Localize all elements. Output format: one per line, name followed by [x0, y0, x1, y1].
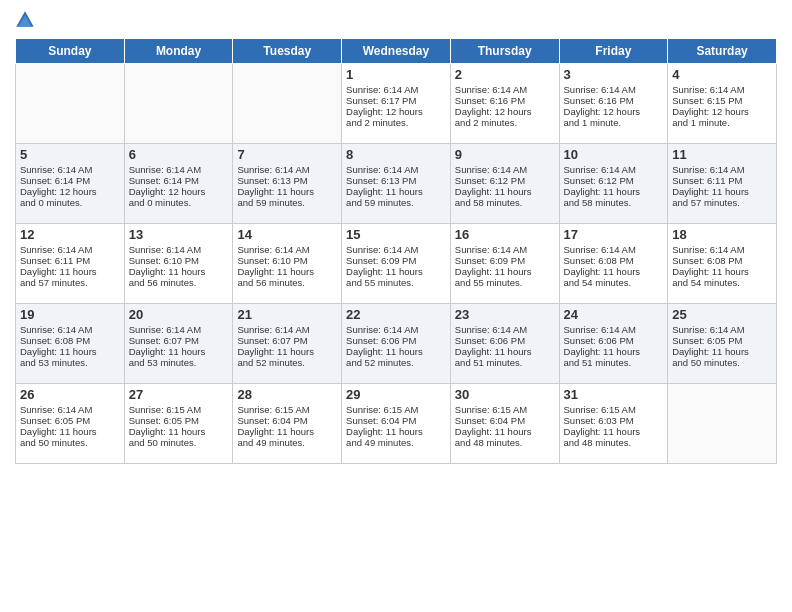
- day-cell: 14Sunrise: 6:14 AMSunset: 6:10 PMDayligh…: [233, 224, 342, 304]
- day-number: 9: [455, 147, 555, 162]
- day-info: Sunset: 6:08 PM: [564, 255, 664, 266]
- weekday-header-tuesday: Tuesday: [233, 39, 342, 64]
- day-info: Daylight: 12 hours: [672, 106, 772, 117]
- day-info: Daylight: 11 hours: [237, 186, 337, 197]
- day-cell: 20Sunrise: 6:14 AMSunset: 6:07 PMDayligh…: [124, 304, 233, 384]
- day-info: and 50 minutes.: [20, 437, 120, 448]
- day-cell: 21Sunrise: 6:14 AMSunset: 6:07 PMDayligh…: [233, 304, 342, 384]
- day-number: 27: [129, 387, 229, 402]
- day-cell: 16Sunrise: 6:14 AMSunset: 6:09 PMDayligh…: [450, 224, 559, 304]
- day-info: Sunset: 6:05 PM: [672, 335, 772, 346]
- day-info: Sunset: 6:04 PM: [346, 415, 446, 426]
- day-number: 11: [672, 147, 772, 162]
- day-number: 12: [20, 227, 120, 242]
- day-cell: 5Sunrise: 6:14 AMSunset: 6:14 PMDaylight…: [16, 144, 125, 224]
- day-number: 8: [346, 147, 446, 162]
- day-info: and 49 minutes.: [346, 437, 446, 448]
- day-info: Sunset: 6:12 PM: [564, 175, 664, 186]
- logo-icon: [15, 10, 35, 30]
- day-info: Sunrise: 6:14 AM: [672, 164, 772, 175]
- day-number: 1: [346, 67, 446, 82]
- day-info: and 58 minutes.: [455, 197, 555, 208]
- day-cell: 3Sunrise: 6:14 AMSunset: 6:16 PMDaylight…: [559, 64, 668, 144]
- week-row-4: 19Sunrise: 6:14 AMSunset: 6:08 PMDayligh…: [16, 304, 777, 384]
- day-info: Sunset: 6:10 PM: [237, 255, 337, 266]
- day-info: Sunrise: 6:15 AM: [455, 404, 555, 415]
- day-info: Sunrise: 6:14 AM: [346, 84, 446, 95]
- day-info: Daylight: 11 hours: [346, 186, 446, 197]
- day-info: Sunrise: 6:14 AM: [672, 84, 772, 95]
- day-info: Daylight: 11 hours: [20, 266, 120, 277]
- week-row-5: 26Sunrise: 6:14 AMSunset: 6:05 PMDayligh…: [16, 384, 777, 464]
- day-info: Sunset: 6:16 PM: [455, 95, 555, 106]
- day-info: Sunrise: 6:14 AM: [20, 404, 120, 415]
- day-info: Daylight: 12 hours: [564, 106, 664, 117]
- day-info: Daylight: 11 hours: [455, 186, 555, 197]
- day-info: and 48 minutes.: [564, 437, 664, 448]
- day-info: and 55 minutes.: [346, 277, 446, 288]
- day-info: Sunrise: 6:14 AM: [20, 324, 120, 335]
- day-number: 4: [672, 67, 772, 82]
- day-cell: 7Sunrise: 6:14 AMSunset: 6:13 PMDaylight…: [233, 144, 342, 224]
- weekday-header-friday: Friday: [559, 39, 668, 64]
- day-info: Sunrise: 6:14 AM: [455, 324, 555, 335]
- day-cell: 13Sunrise: 6:14 AMSunset: 6:10 PMDayligh…: [124, 224, 233, 304]
- day-cell: 6Sunrise: 6:14 AMSunset: 6:14 PMDaylight…: [124, 144, 233, 224]
- day-info: Daylight: 11 hours: [455, 266, 555, 277]
- day-info: Sunrise: 6:14 AM: [129, 244, 229, 255]
- day-cell: 10Sunrise: 6:14 AMSunset: 6:12 PMDayligh…: [559, 144, 668, 224]
- day-cell: 29Sunrise: 6:15 AMSunset: 6:04 PMDayligh…: [342, 384, 451, 464]
- day-info: and 54 minutes.: [672, 277, 772, 288]
- day-info: and 56 minutes.: [129, 277, 229, 288]
- day-info: Sunset: 6:11 PM: [20, 255, 120, 266]
- day-number: 20: [129, 307, 229, 322]
- day-cell: 24Sunrise: 6:14 AMSunset: 6:06 PMDayligh…: [559, 304, 668, 384]
- day-info: Daylight: 11 hours: [20, 346, 120, 357]
- day-cell: [124, 64, 233, 144]
- logo: [15, 10, 37, 30]
- day-info: Daylight: 11 hours: [455, 426, 555, 437]
- day-info: Daylight: 11 hours: [346, 266, 446, 277]
- day-info: Sunrise: 6:14 AM: [564, 244, 664, 255]
- day-info: and 50 minutes.: [129, 437, 229, 448]
- day-info: Daylight: 11 hours: [672, 186, 772, 197]
- day-info: Sunrise: 6:15 AM: [564, 404, 664, 415]
- day-number: 13: [129, 227, 229, 242]
- day-info: Sunrise: 6:14 AM: [20, 164, 120, 175]
- day-cell: 26Sunrise: 6:14 AMSunset: 6:05 PMDayligh…: [16, 384, 125, 464]
- day-number: 25: [672, 307, 772, 322]
- day-number: 26: [20, 387, 120, 402]
- day-cell: 31Sunrise: 6:15 AMSunset: 6:03 PMDayligh…: [559, 384, 668, 464]
- day-info: Sunset: 6:06 PM: [564, 335, 664, 346]
- day-number: 10: [564, 147, 664, 162]
- week-row-2: 5Sunrise: 6:14 AMSunset: 6:14 PMDaylight…: [16, 144, 777, 224]
- day-info: and 55 minutes.: [455, 277, 555, 288]
- day-info: Sunset: 6:06 PM: [346, 335, 446, 346]
- day-info: Sunrise: 6:15 AM: [237, 404, 337, 415]
- day-cell: 27Sunrise: 6:15 AMSunset: 6:05 PMDayligh…: [124, 384, 233, 464]
- day-info: and 1 minute.: [672, 117, 772, 128]
- day-info: and 51 minutes.: [455, 357, 555, 368]
- day-info: and 57 minutes.: [20, 277, 120, 288]
- day-cell: 18Sunrise: 6:14 AMSunset: 6:08 PMDayligh…: [668, 224, 777, 304]
- day-number: 7: [237, 147, 337, 162]
- day-info: Sunrise: 6:14 AM: [564, 324, 664, 335]
- day-info: Daylight: 11 hours: [237, 346, 337, 357]
- day-number: 19: [20, 307, 120, 322]
- day-info: Sunset: 6:10 PM: [129, 255, 229, 266]
- day-info: and 59 minutes.: [346, 197, 446, 208]
- day-info: Sunrise: 6:14 AM: [564, 164, 664, 175]
- day-info: Daylight: 11 hours: [129, 346, 229, 357]
- day-info: Sunset: 6:08 PM: [20, 335, 120, 346]
- day-info: and 52 minutes.: [346, 357, 446, 368]
- day-info: Sunset: 6:04 PM: [455, 415, 555, 426]
- day-cell: [233, 64, 342, 144]
- day-info: Sunrise: 6:14 AM: [129, 164, 229, 175]
- day-number: 6: [129, 147, 229, 162]
- day-number: 22: [346, 307, 446, 322]
- day-info: Sunrise: 6:15 AM: [346, 404, 446, 415]
- day-info: and 50 minutes.: [672, 357, 772, 368]
- day-info: and 0 minutes.: [129, 197, 229, 208]
- day-info: Sunrise: 6:14 AM: [237, 324, 337, 335]
- day-info: and 52 minutes.: [237, 357, 337, 368]
